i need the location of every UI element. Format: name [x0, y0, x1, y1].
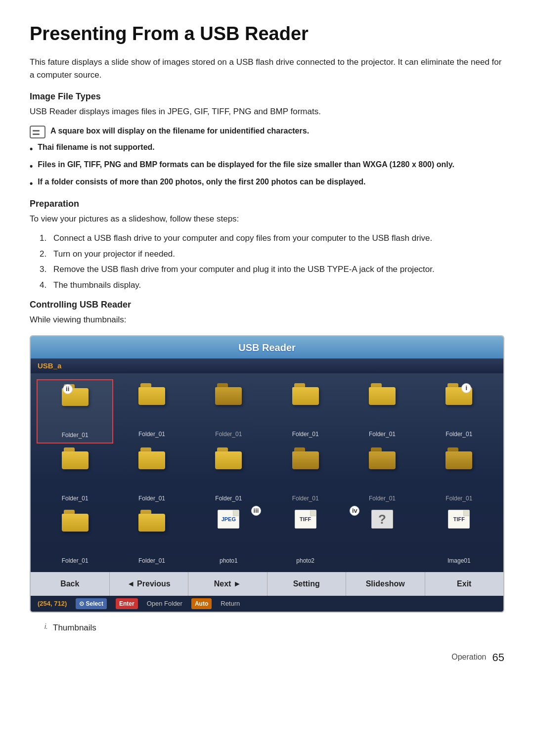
- tiff-file-icon-17: TIFF: [447, 510, 471, 532]
- step-num-4: 4.: [40, 279, 53, 292]
- previous-button[interactable]: ◄ Previous: [110, 572, 189, 596]
- intro-text: This fature displays a slide show of ima…: [30, 56, 504, 81]
- folder-body: [62, 451, 89, 469]
- back-button[interactable]: Back: [31, 572, 110, 596]
- usb-item-16[interactable]: iv ?: [344, 506, 420, 568]
- step-num-3: 3.: [40, 263, 53, 276]
- folder-icon-3: [292, 383, 319, 405]
- usb-item-1[interactable]: Folder_01: [113, 379, 190, 444]
- usb-item-8[interactable]: Folder_01: [190, 444, 267, 506]
- folder-label-3: Folder_01: [292, 430, 319, 439]
- folder-icon-10: [369, 447, 396, 469]
- folder-icon-12: [62, 510, 89, 532]
- usb-item-17[interactable]: TIFF Image01: [421, 506, 497, 568]
- file-body-jpeg: JPEG: [218, 510, 239, 529]
- bullet-4: •: [30, 177, 33, 190]
- folder-label-12: Folder_01: [62, 556, 89, 565]
- badge-iv: iv: [350, 506, 359, 516]
- folder-body: [369, 451, 396, 469]
- folder-body: [138, 514, 165, 532]
- page-footer: Operation 65: [30, 649, 504, 666]
- controlling-heading: Controlling USB Reader: [30, 298, 504, 311]
- usb-grid: ii Folder_01 Folder_01 Folder_01: [37, 379, 497, 568]
- file-label-17: Image01: [447, 556, 471, 565]
- folder-label-0: Folder_01: [62, 431, 89, 440]
- usb-item-3[interactable]: Folder_01: [267, 379, 344, 444]
- folder-label-1: Folder_01: [138, 430, 165, 439]
- note-icon: [30, 126, 45, 138]
- usb-grid-area: ii Folder_01 Folder_01 Folder_01: [31, 373, 503, 572]
- select-icon: ⊙: [79, 600, 84, 607]
- file-ear: [310, 510, 316, 516]
- footnote-num-1: i.: [44, 622, 48, 632]
- badge-iii: iii: [251, 506, 261, 516]
- usb-item-2[interactable]: Folder_01: [190, 379, 267, 444]
- folder-tab: [140, 447, 151, 451]
- preparation-heading: Preparation: [30, 197, 504, 211]
- note-item-3: • Files in GIF, TIFF, PNG and BMP format…: [30, 159, 504, 173]
- exit-button[interactable]: Exit: [425, 572, 504, 596]
- step-text-2: Turn on your projector if needed.: [53, 248, 175, 261]
- step-text-3: Remove the USB flash drive from your com…: [53, 263, 435, 276]
- note-item-4: • If a folder consists of more than 200 …: [30, 176, 504, 190]
- folder-label-9: Folder_01: [292, 494, 319, 503]
- folder-tab: [64, 447, 75, 451]
- folder-tab: [371, 447, 382, 451]
- usb-item-0[interactable]: ii Folder_01: [37, 379, 113, 444]
- page-number: 65: [492, 649, 504, 666]
- usb-item-6[interactable]: Folder_01: [37, 444, 113, 506]
- next-button[interactable]: Next ►: [188, 572, 267, 596]
- usb-item-9[interactable]: Folder_01: [267, 444, 344, 506]
- select-btn[interactable]: ⊙ Select: [76, 598, 107, 609]
- slideshow-button[interactable]: Slideshow: [346, 572, 425, 596]
- note-item-2: • Thai filename is not supported.: [30, 141, 504, 156]
- footnote-text-1: Thumbnails: [53, 622, 96, 634]
- folder-label-4: Folder_01: [369, 430, 396, 439]
- file-ear: [233, 510, 239, 516]
- auto-btn[interactable]: Auto: [191, 598, 212, 609]
- step-text-1: Connect a USB flash drive to your comput…: [53, 232, 432, 245]
- folder-tab: [217, 383, 228, 387]
- folder-icon-5: i: [445, 383, 472, 405]
- folder-icon-8: [215, 447, 242, 469]
- usb-item-12[interactable]: Folder_01: [37, 506, 113, 568]
- folder-body: [445, 451, 472, 469]
- usb-status-bar: (254, 712) ⊙ Select Enter Open Folder Au…: [31, 596, 503, 612]
- bullet-2: •: [30, 142, 33, 156]
- enter-btn[interactable]: Enter: [116, 598, 138, 609]
- usb-item-7[interactable]: Folder_01: [113, 444, 190, 506]
- usb-path-bar: USB_a: [31, 358, 503, 374]
- usb-item-15[interactable]: TIFF photo2: [267, 506, 344, 568]
- folder-icon-7: [138, 447, 165, 469]
- note-text-4: If a folder consists of more than 200 ph…: [38, 176, 365, 188]
- folder-tab: [64, 510, 75, 514]
- preparation-steps: 1. Connect a USB flash drive to your com…: [30, 232, 504, 291]
- folder-label-13: Folder_01: [138, 556, 165, 565]
- step-2: 2. Turn on your projector if needed.: [40, 248, 504, 261]
- usb-item-14[interactable]: iii JPEG photo1: [190, 506, 267, 568]
- folder-body: [292, 451, 319, 469]
- folder-tab: [294, 447, 305, 451]
- usb-item-11[interactable]: Folder_01: [421, 444, 497, 506]
- folder-icon-11: [445, 447, 472, 469]
- usb-item-4[interactable]: Folder_01: [344, 379, 420, 444]
- footnote-1: i. Thumbnails: [44, 622, 504, 634]
- usb-item-13[interactable]: Folder_01: [113, 506, 190, 568]
- auto-label: Auto: [195, 600, 208, 607]
- folder-body: [62, 514, 89, 532]
- folder-label-7: Folder_01: [138, 494, 165, 503]
- page-title: Presenting From a USB Reader: [30, 20, 504, 48]
- controlling-body: While viewing thumbnails:: [30, 313, 504, 326]
- step-1: 1. Connect a USB flash drive to your com…: [40, 232, 504, 245]
- setting-button[interactable]: Setting: [267, 572, 347, 596]
- usb-item-5[interactable]: i Folder_01: [421, 379, 497, 444]
- folder-icon-0: ii: [62, 384, 89, 406]
- return-label: Return: [221, 599, 240, 609]
- file-label-15: photo2: [296, 556, 314, 565]
- folder-label-8: Folder_01: [215, 494, 242, 503]
- folder-tab: [217, 447, 228, 451]
- file-body-tiff: TIFF: [295, 510, 316, 529]
- usb-item-10[interactable]: Folder_01: [344, 444, 420, 506]
- note-item-1: A square box will display on the filenam…: [30, 125, 504, 138]
- footnote-list: i. Thumbnails: [44, 622, 504, 634]
